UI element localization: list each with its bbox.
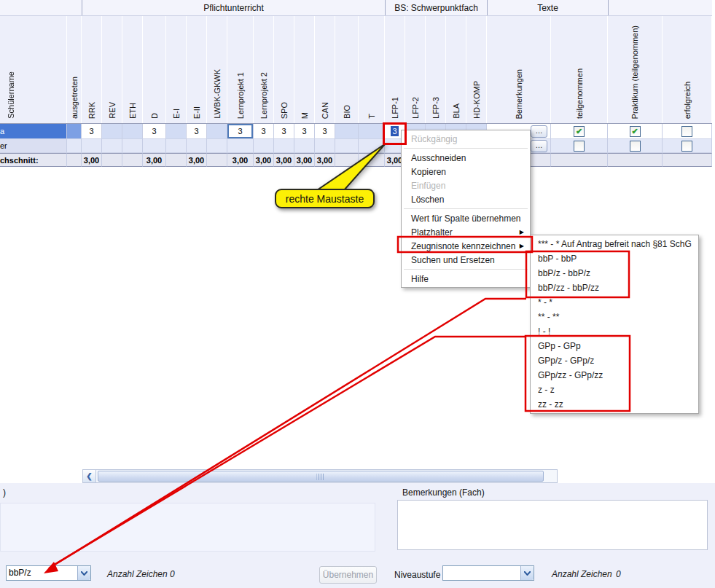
grade-cell-e2[interactable]: 3,00 — [187, 153, 207, 167]
scrollbar-thumb[interactable] — [98, 471, 544, 482]
submenu-item-gpp-zz-gpp-zz[interactable]: GPp/zz - GPp/zz — [531, 368, 698, 383]
submenu-item-bbp-z-bbp-z[interactable]: bbP/z - bbP/z — [531, 266, 698, 281]
combo-dropdown-icon[interactable] — [77, 566, 90, 580]
bemerkungen-ellipsis-button[interactable]: … — [531, 140, 547, 152]
grade-cell-eth[interactable] — [122, 124, 143, 139]
grade-cell-d[interactable] — [143, 139, 166, 153]
column-header-lp1[interactable]: Lernprojekt 1 — [227, 16, 254, 123]
column-header-lp2[interactable]: Lernprojekt 2 — [254, 16, 274, 123]
horizontal-scrollbar[interactable]: ❮ — [82, 469, 558, 483]
teil-cell[interactable]: ✔ — [551, 124, 608, 139]
column-header-prak[interactable]: Praktikum (teilgenommen) — [608, 16, 663, 123]
grade-cell-eth[interactable] — [122, 139, 143, 153]
grade-cell-lp2[interactable]: 3 — [254, 124, 274, 139]
prak-checkbox[interactable]: ✔ — [630, 126, 641, 137]
ausgetreten-cell[interactable] — [67, 124, 82, 139]
menu-item-platzhalter[interactable]: Platzhalter▶ — [402, 225, 530, 239]
column-header-e2[interactable]: E-II — [187, 16, 207, 123]
grade-cell-lwbk[interactable] — [207, 139, 227, 153]
niveaustufe-combobox[interactable] — [442, 565, 534, 581]
ausgetreten-cell[interactable] — [67, 153, 82, 167]
grade-cell-lp1[interactable]: 3 — [227, 124, 254, 139]
teil-cell[interactable] — [551, 139, 608, 153]
combo-dropdown-icon[interactable] — [520, 566, 534, 580]
column-header-eth[interactable]: ETH — [122, 16, 143, 123]
prak-cell[interactable] — [608, 153, 663, 167]
grade-cell-lp2[interactable]: 3,00 — [254, 153, 274, 167]
teil-cell[interactable] — [551, 153, 608, 167]
column-header-lfp2[interactable]: LFP-2 — [405, 16, 426, 123]
grade-mark-combobox[interactable]: bbP/z — [6, 565, 91, 581]
grade-cell-bio[interactable] — [335, 139, 359, 153]
scroll-left-button[interactable]: ❮ — [83, 470, 96, 482]
grade-cell-rev[interactable] — [102, 124, 122, 139]
submenu-item-bbp-zz-bbp-zz[interactable]: bbP/zz - bbP/zz — [531, 281, 698, 295]
menu-item-wert-f-r-spalte-bernehmen[interactable]: Wert für Spalte übernehmen — [402, 211, 530, 225]
student-name-cell[interactable]: er — [0, 139, 67, 153]
column-header-bla[interactable]: BLA — [446, 16, 466, 123]
student-name-cell[interactable]: a — [0, 124, 67, 139]
menu-item-suchen-und-ersetzen[interactable]: Suchen und Ersetzen — [402, 253, 530, 267]
grade-cell-can[interactable] — [315, 139, 335, 153]
column-header-rev[interactable]: REV — [102, 16, 122, 123]
grade-cell-rev[interactable] — [102, 139, 122, 153]
grade-cell-lp1[interactable]: 3,00 — [227, 153, 254, 167]
grade-cell-can[interactable]: 3,00 — [315, 153, 335, 167]
grade-cell-m[interactable] — [294, 139, 315, 153]
submenu-item--[interactable]: ** - ** — [531, 310, 698, 324]
grade-cell-rrk[interactable]: 3,00 — [82, 153, 102, 167]
menu-item-zeugnisnote-kennzeichnen[interactable]: Zeugnisnote kennzeichnen▶ — [402, 239, 530, 253]
teil-checkbox[interactable] — [574, 141, 585, 152]
teil-checkbox[interactable]: ✔ — [574, 126, 585, 137]
erf-cell[interactable] — [663, 124, 712, 139]
column-header-lfp3[interactable]: LFP-3 — [426, 16, 446, 123]
grade-cell-lwbk[interactable] — [207, 153, 227, 167]
average-row-label[interactable]: chschnitt: — [0, 153, 67, 167]
column-header-m[interactable]: M — [294, 16, 315, 123]
erf-cell[interactable] — [663, 139, 712, 153]
menu-item-l-schen[interactable]: Löschen — [402, 192, 530, 206]
grade-cell-t[interactable] — [359, 124, 385, 139]
column-header-erf[interactable]: erfolgreich — [663, 16, 712, 123]
bemerkungen-ellipsis-button[interactable]: … — [531, 125, 547, 138]
column-header-d[interactable]: D — [143, 16, 166, 123]
grade-cell-bio[interactable] — [335, 153, 359, 167]
grade-cell-e2[interactable] — [187, 139, 207, 153]
grade-cell-t[interactable] — [359, 153, 385, 167]
uebernehmen-button[interactable]: Übernehmen — [319, 566, 377, 584]
ausgetreten-cell[interactable] — [67, 139, 82, 153]
grade-cell-rev[interactable] — [102, 153, 122, 167]
menu-item-ausschneiden[interactable]: Ausschneiden — [402, 151, 530, 165]
grade-cell-bio[interactable] — [335, 124, 359, 139]
erf-cell[interactable] — [663, 153, 712, 167]
prak-cell[interactable]: ✔ — [608, 124, 663, 139]
prak-cell[interactable] — [608, 139, 663, 153]
grade-cell-can[interactable]: 3 — [315, 124, 335, 139]
grade-cell-lp1[interactable] — [227, 139, 254, 153]
column-header-lfp1[interactable]: LFP-1 — [385, 16, 405, 123]
column-header-spo[interactable]: SPO — [274, 16, 294, 123]
grade-cell-spo[interactable]: 3,00 — [274, 153, 294, 167]
submenu-item-bbp-bbp[interactable]: bbP - bbP — [531, 251, 698, 266]
subject-remarks-textarea[interactable] — [397, 500, 708, 550]
grade-cell-spo[interactable]: 3 — [274, 124, 294, 139]
column-header-hdkomp[interactable]: HD-KOMP — [466, 16, 487, 123]
grade-cell-spo[interactable] — [274, 139, 294, 153]
erf-checkbox[interactable] — [681, 141, 692, 152]
grade-cell-lp2[interactable] — [254, 139, 274, 153]
grade-cell-e1[interactable] — [166, 139, 187, 153]
column-header-ausgetreten[interactable]: ausgetreten — [67, 16, 82, 123]
grade-cell-e1[interactable] — [166, 124, 187, 139]
grade-cell-rrk[interactable] — [82, 139, 102, 153]
menu-item-kopieren[interactable]: Kopieren — [402, 165, 530, 179]
grade-cell-m[interactable]: 3 — [294, 124, 315, 139]
submenu-item-gpp-z-gpp-z[interactable]: GPp/z - GPp/z — [531, 353, 698, 368]
grade-cell-d[interactable]: 3 — [143, 124, 166, 139]
menu-item-hilfe[interactable]: Hilfe — [402, 272, 530, 286]
column-header-bem[interactable]: Bemerkungen — [487, 16, 551, 123]
grade-cell-lwbk[interactable] — [207, 124, 227, 139]
column-header-bio[interactable]: BIO — [335, 16, 359, 123]
grade-cell-e1[interactable] — [166, 153, 187, 167]
submenu-item-zz-zz[interactable]: zz - zz — [531, 397, 698, 412]
submenu-item-z-z[interactable]: z - z — [531, 383, 698, 397]
